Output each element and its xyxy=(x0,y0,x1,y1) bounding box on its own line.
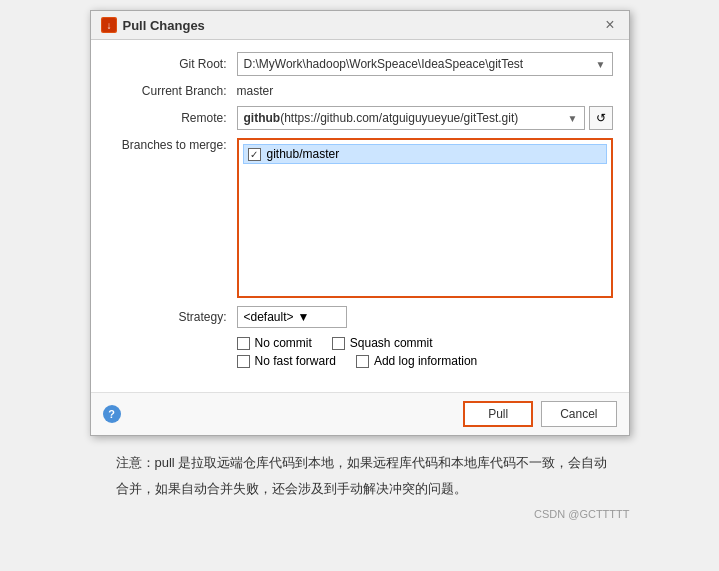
no-commit-option[interactable]: No commit xyxy=(237,336,312,350)
current-branch-row: Current Branch: master xyxy=(107,84,613,98)
remote-bold-text: github xyxy=(244,111,281,125)
dialog-title: Pull Changes xyxy=(123,18,205,33)
remote-arrow-icon: ▼ xyxy=(568,113,578,124)
no-fast-forward-label: No fast forward xyxy=(255,354,336,368)
squash-commit-option[interactable]: Squash commit xyxy=(332,336,433,350)
strategy-value: <default> xyxy=(244,310,294,324)
dialog-icon: ↓ xyxy=(101,17,117,33)
strategy-row: Strategy: <default> ▼ xyxy=(107,306,613,328)
strategy-label: Strategy: xyxy=(107,310,237,324)
remote-url-text: (https://github.com/atguiguyueyue/gitTes… xyxy=(280,111,518,125)
remote-combo[interactable]: github(https://github.com/atguiguyueyue/… xyxy=(237,106,585,130)
git-root-row: Git Root: D:\MyWork\hadoop\WorkSpeace\Id… xyxy=(107,52,613,76)
title-bar: ↓ Pull Changes × xyxy=(91,11,629,40)
no-fast-forward-option[interactable]: No fast forward xyxy=(237,354,336,368)
strategy-arrow-icon: ▼ xyxy=(298,310,310,324)
strategy-combo[interactable]: <default> ▼ xyxy=(237,306,347,328)
add-log-option[interactable]: Add log information xyxy=(356,354,477,368)
cancel-button[interactable]: Cancel xyxy=(541,401,616,427)
branch-checkbox[interactable]: ✓ xyxy=(248,148,261,161)
squash-commit-label: Squash commit xyxy=(350,336,433,350)
add-log-checkbox[interactable] xyxy=(356,355,369,368)
branches-label: Branches to merge: xyxy=(107,138,237,152)
git-root-value: D:\MyWork\hadoop\WorkSpeace\IdeaSpeace\g… xyxy=(244,57,592,71)
pull-changes-dialog: ↓ Pull Changes × Git Root: D:\MyWork\had… xyxy=(90,10,630,436)
git-root-input-area: D:\MyWork\hadoop\WorkSpeace\IdeaSpeace\g… xyxy=(237,52,613,76)
note-text-2: 合并，如果自动合并失败，还会涉及到手动解决冲突的问题。 xyxy=(90,478,630,500)
note-text-1: 注意：pull 是拉取远端仓库代码到本地，如果远程库代码和本地库代码不一致，会自… xyxy=(90,452,630,474)
remote-row: Remote: github(https://github.com/atguig… xyxy=(107,106,613,130)
refresh-icon: ↺ xyxy=(596,111,606,125)
list-item[interactable]: ✓ github/master xyxy=(243,144,607,164)
remote-value: github(https://github.com/atguiguyueyue/… xyxy=(244,111,564,125)
title-bar-left: ↓ Pull Changes xyxy=(101,17,205,33)
refresh-button[interactable]: ↺ xyxy=(589,106,613,130)
git-root-arrow-icon: ▼ xyxy=(596,59,606,70)
current-branch-label: Current Branch: xyxy=(107,84,237,98)
squash-commit-checkbox[interactable] xyxy=(332,337,345,350)
branches-row: Branches to merge: ✓ github/master xyxy=(107,138,613,298)
close-button[interactable]: × xyxy=(601,17,618,33)
dialog-body: Git Root: D:\MyWork\hadoop\WorkSpeace\Id… xyxy=(91,40,629,392)
svg-text:↓: ↓ xyxy=(106,20,111,31)
options-area: No commit Squash commit No fast forward … xyxy=(237,336,613,368)
branch-item-label: github/master xyxy=(267,147,340,161)
branches-list: ✓ github/master xyxy=(237,138,613,298)
watermark: CSDN @GCTTTTT xyxy=(90,508,630,520)
remote-input-area: github(https://github.com/atguiguyueyue/… xyxy=(237,106,613,130)
add-log-label: Add log information xyxy=(374,354,477,368)
no-fast-forward-checkbox[interactable] xyxy=(237,355,250,368)
no-commit-checkbox[interactable] xyxy=(237,337,250,350)
pull-button[interactable]: Pull xyxy=(463,401,533,427)
no-commit-label: No commit xyxy=(255,336,312,350)
note-area: 注意：pull 是拉取远端仓库代码到本地，如果远程库代码和本地库代码不一致，会自… xyxy=(90,452,630,504)
remote-label: Remote: xyxy=(107,111,237,125)
git-root-combo[interactable]: D:\MyWork\hadoop\WorkSpeace\IdeaSpeace\g… xyxy=(237,52,613,76)
current-branch-value: master xyxy=(237,84,613,98)
help-button[interactable]: ? xyxy=(103,405,121,423)
footer-buttons: Pull Cancel xyxy=(463,401,616,427)
options-row-2: No fast forward Add log information xyxy=(237,354,613,368)
git-root-label: Git Root: xyxy=(107,57,237,71)
options-row-1: No commit Squash commit xyxy=(237,336,613,350)
dialog-footer: ? Pull Cancel xyxy=(91,392,629,435)
